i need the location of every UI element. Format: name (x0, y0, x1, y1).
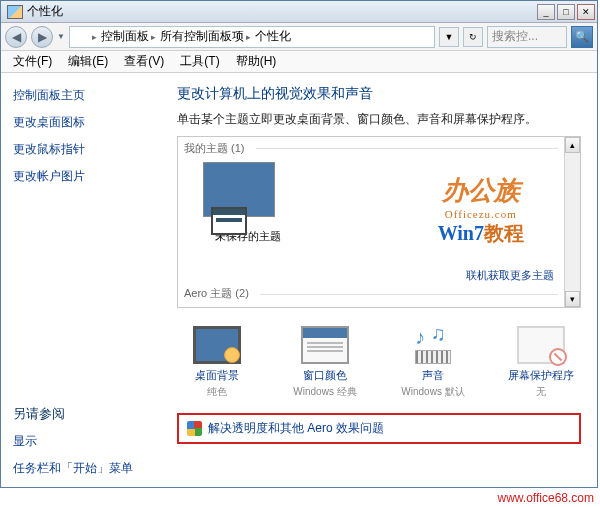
address-bar[interactable]: ▸ 控制面板 ▸ 所有控制面板项 ▸ 个性化 (69, 26, 435, 48)
menubar: 文件(F) 编辑(E) 查看(V) 工具(T) 帮助(H) (1, 51, 597, 73)
menu-edit[interactable]: 编辑(E) (60, 51, 116, 72)
customize-row: 桌面背景 纯色 窗口颜色 Windows 经典 ♪♫ 声音 Windows 默认 (177, 326, 581, 399)
footer-url: www.office68.com (498, 491, 595, 505)
page-description: 单击某个主题立即更改桌面背景、窗口颜色、声音和屏幕保护程序。 (177, 111, 581, 128)
content: 控制面板主页 更改桌面图标 更改鼠标指针 更改帐户图片 另请参阅 显示 任务栏和… (1, 73, 597, 488)
menu-file[interactable]: 文件(F) (5, 51, 60, 72)
chevron-icon: ▸ (92, 32, 97, 42)
maximize-button[interactable]: □ (557, 4, 575, 20)
sidebar-link-display[interactable]: 显示 (13, 433, 149, 450)
minimize-button[interactable]: _ (537, 4, 555, 20)
sidebar-link-mouse[interactable]: 更改鼠标指针 (13, 141, 149, 158)
scrollbar[interactable]: ▴ ▾ (564, 137, 580, 307)
troubleshoot-aero-link[interactable]: 解决透明度和其他 Aero 效果问题 (208, 420, 384, 437)
sidebar-link-home[interactable]: 控制面板主页 (13, 87, 149, 104)
address-icon (74, 31, 88, 43)
menu-view[interactable]: 查看(V) (116, 51, 172, 72)
customize-window-color[interactable]: 窗口颜色 Windows 经典 (285, 326, 365, 399)
forward-button[interactable]: ▶ (31, 26, 53, 48)
menu-help[interactable]: 帮助(H) (228, 51, 285, 72)
window-controls: _ □ ✕ (537, 4, 595, 20)
group-aero-label: Aero 主题 (2) (184, 286, 249, 301)
address-dropdown[interactable]: ▼ (439, 27, 459, 47)
search-input[interactable]: 搜索控... (487, 26, 567, 48)
sidebar-link-taskbar[interactable]: 任务栏和「开始」菜单 (13, 460, 149, 477)
scroll-up-button[interactable]: ▴ (565, 137, 580, 153)
titlebar: 个性化 _ □ ✕ (1, 1, 597, 23)
scroll-down-button[interactable]: ▾ (565, 291, 580, 307)
sidebar-link-desktop-icons[interactable]: 更改桌面图标 (13, 114, 149, 131)
back-button[interactable]: ◀ (5, 26, 27, 48)
main-panel: 更改计算机上的视觉效果和声音 单击某个主题立即更改桌面背景、窗口颜色、声音和屏幕… (161, 73, 597, 488)
close-button[interactable]: ✕ (577, 4, 595, 20)
themes-list: 我的主题 (1) 未保存的主题 办公族 Officezu.com Win7教程 … (177, 136, 581, 308)
watermark: 办公族 Officezu.com Win7教程 (438, 173, 524, 247)
customize-sound[interactable]: ♪♫ 声音 Windows 默认 (393, 326, 473, 399)
more-themes-link[interactable]: 联机获取更多主题 (466, 268, 554, 283)
group-my-themes-label: 我的主题 (1) (184, 141, 245, 156)
navbar: ◀ ▶ ▼ ▸ 控制面板 ▸ 所有控制面板项 ▸ 个性化 ▼ ↻ 搜索控... … (1, 23, 597, 51)
shield-icon (187, 421, 202, 436)
app-icon (7, 5, 23, 19)
sidebar-link-account-pic[interactable]: 更改帐户图片 (13, 168, 149, 185)
see-also-heading: 另请参阅 (13, 405, 149, 423)
breadcrumb-item[interactable]: 控制面板 ▸ (101, 28, 156, 45)
customize-screensaver[interactable]: 屏幕保护程序 无 (501, 326, 581, 399)
personalization-window: 个性化 _ □ ✕ ◀ ▶ ▼ ▸ 控制面板 ▸ 所有控制面板项 ▸ 个性化 ▼… (0, 0, 598, 488)
troubleshoot-box: 解决透明度和其他 Aero 效果问题 (177, 413, 581, 444)
theme-item-unsaved[interactable]: 未保存的主题 (203, 162, 293, 244)
window-title: 个性化 (27, 3, 537, 20)
sound-icon: ♪♫ (409, 326, 457, 364)
page-heading: 更改计算机上的视觉效果和声音 (177, 85, 581, 103)
breadcrumb-item[interactable]: 个性化 (255, 28, 291, 45)
search-button[interactable]: 🔍 (571, 26, 593, 48)
history-dropdown[interactable]: ▼ (57, 32, 65, 41)
refresh-button[interactable]: ↻ (463, 27, 483, 47)
desktop-background-icon (193, 326, 241, 364)
sidebar: 控制面板主页 更改桌面图标 更改鼠标指针 更改帐户图片 另请参阅 显示 任务栏和… (1, 73, 161, 488)
window-color-icon (301, 326, 349, 364)
customize-background[interactable]: 桌面背景 纯色 (177, 326, 257, 399)
menu-tools[interactable]: 工具(T) (172, 51, 227, 72)
breadcrumb-item[interactable]: 所有控制面板项 ▸ (160, 28, 251, 45)
screensaver-icon (517, 326, 565, 364)
